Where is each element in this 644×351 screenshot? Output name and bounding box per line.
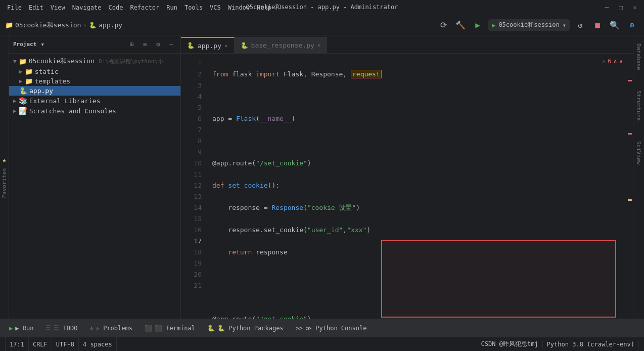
status-right-text: CSDN @昨风犯忌tmj [477,340,543,348]
tab-base-response-icon: 🐍 [241,42,248,49]
menu-file[interactable]: File [4,3,25,12]
chevron-right-icon: ▶ [19,68,23,75]
terminal-icon: ⬛ [145,325,152,332]
status-python-version[interactable]: Python 3.8 (crawler-env) [543,341,639,348]
tab-apppy[interactable]: 🐍 app.py ✕ [181,37,235,53]
code-line-6: def set_cookie(): [212,180,626,191]
terminal-label: ⬛ Terminal [155,325,195,332]
run-btn-toolbar[interactable]: ▶ [471,18,485,32]
scrollbar-gutter[interactable] [626,54,633,319]
window-controls: ─ □ ✕ [602,4,640,11]
titlebar: File Edit View Navigate Code Refactor Ru… [0,0,644,15]
status-encoding[interactable]: UTF-8 [52,337,79,351]
database-tab[interactable]: Database [634,39,643,74]
menu-refactor[interactable]: Refactor [127,3,162,12]
line-num-13: 13 [181,191,202,202]
structure-tab[interactable]: Structure [634,86,643,125]
tab-base-response-close[interactable]: ✕ [317,42,321,49]
favorites-label[interactable]: Favorites [1,168,8,198]
line-num-21: 21 [181,280,202,291]
code-editor[interactable]: 1 2 3 4 5 6 7 8 9 10 11 12 13 14 15 16 1… [181,54,633,319]
todo-tab[interactable]: ☰ ☰ TODO [40,323,82,334]
line-num-2: 2 [181,69,202,80]
stop-btn[interactable]: ■ [590,18,605,32]
project-panel: Project ▾ ⊞ ≡ ⚙ − ▼ 📁 05cookie和session D… [9,35,181,319]
run-play-icon: ▶ [9,325,13,332]
error-up[interactable]: ∧ [614,58,617,65]
file-tree: ▼ 📁 05cookie和session D:\视频课程\python\小 ▶ … [9,54,180,319]
tree-scratches[interactable]: ▶ 📝 Scratches and Consoles [9,106,180,116]
libs-icon: 📚 [19,97,27,105]
code-line-9: return response [212,247,626,258]
chevron-right-icon-scratch: ▶ [13,108,17,114]
code-line-1: from flask import Flask, Response, reque… [212,69,626,80]
panel-list-btn[interactable]: ≡ [140,39,150,50]
tree-external-libs[interactable]: ▶ 📚 External Libraries [9,96,180,106]
menu-run[interactable]: Run [163,3,180,12]
code-content[interactable]: from flask import Flask, Response, reque… [206,54,626,319]
run-config-selector[interactable]: ▶ 05cookie和session ▾ [488,19,570,31]
menu-navigate[interactable]: Navigate [69,3,105,12]
tree-static-folder[interactable]: ▶ 📁 static [9,67,180,76]
menu-vcs[interactable]: VCS [207,3,224,12]
tab-apppy-close[interactable]: ✕ [224,42,228,49]
line-num-6: 6 [181,113,202,124]
position-label: 17:1 [10,341,24,348]
run-bottom-tab[interactable]: ▶ ▶ Run [4,323,38,334]
maximize-btn[interactable]: □ [616,4,626,11]
tree-apppy-file[interactable]: 🐍 app.py [9,86,180,96]
status-right: CSDN @昨风犯忌tmj Python 3.8 (crawler-env) [477,340,639,348]
minimize-btn[interactable]: ─ [602,4,612,11]
code-line-8: response.set_cookie("user_id","xxx") [212,225,626,236]
status-position[interactable]: 17:1 [5,337,29,351]
editor-tabs: 🐍 app.py ✕ 🐍 base_response.py ✕ [181,35,633,54]
panel-cog-btn[interactable]: ⚙ [153,39,163,50]
status-crlf[interactable]: CRLF [29,337,52,351]
menu-edit[interactable]: Edit [26,3,47,12]
scratch-icon: 📝 [19,107,27,115]
error-indicator: ⚠ 6 ∧ ∨ [602,58,623,65]
search-btn[interactable]: 🔍 [608,18,622,32]
problems-tab[interactable]: ⚠ ⚠ Problems [84,323,137,334]
breadcrumb-file[interactable]: app.py [99,21,122,29]
status-indent[interactable]: 4 spaces [79,337,117,351]
right-sidebar-tabs: Database Structure SciView [633,35,644,319]
tab-base-response[interactable]: 🐍 base_response.py ✕ [235,37,328,53]
line-num-8: 8 [181,136,202,147]
python-packages-label: 🐍 Python Packages [217,325,284,332]
editor-area: 🐍 app.py ✕ 🐍 base_response.py ✕ 1 2 3 4 … [181,35,633,319]
line-num-10: 10 [181,158,202,169]
tree-root[interactable]: ▼ 📁 05cookie和session D:\视频课程\python\小 [9,56,180,67]
run-bottom-label: ▶ Run [15,325,33,332]
tree-root-label: 05cookie和session [29,57,95,66]
line-num-18: 18 [181,247,202,258]
line-num-17: 17 [181,236,202,247]
panel-minus-btn[interactable]: − [166,39,176,50]
menu-tools[interactable]: Tools [181,3,206,12]
problems-label: ⚠ Problems [96,325,132,332]
terminal-tab[interactable]: ⬛ ⬛ Terminal [140,323,200,334]
titlebar-left: File Edit View Navigate Code Refactor Ru… [4,3,274,12]
scroll-error-marker-1 [628,80,632,81]
tab-apppy-label: app.py [198,42,221,50]
sync-btn[interactable]: ⟳ [436,18,450,32]
breadcrumb-project[interactable]: 05cookie和session [15,21,81,30]
reload-btn[interactable]: ↺ [573,18,587,32]
line-num-9: 9 [181,147,202,158]
panel-sync-btn[interactable]: ⊞ [127,39,137,50]
sciview-tab[interactable]: SciView [634,137,643,168]
favorites-star[interactable]: ★ [2,156,6,164]
menu-code[interactable]: Code [106,3,126,12]
tree-templates-folder[interactable]: ▶ 📁 templates [9,76,180,86]
python-console-tab[interactable]: >> ≫ Python Console [291,323,372,334]
code-line-2 [212,91,626,102]
line-num-7: 7 [181,124,202,136]
python-packages-tab[interactable]: 🐍 🐍 Python Packages [202,323,289,334]
settings-btn[interactable]: ⊕ [625,18,639,32]
menu-view[interactable]: View [48,3,68,12]
error-down[interactable]: ∨ [619,58,623,65]
close-btn[interactable]: ✕ [630,4,640,11]
line-num-15: 15 [181,213,202,225]
build-btn[interactable]: 🔨 [453,18,468,32]
chevron-right-icon-templates: ▶ [19,78,23,84]
